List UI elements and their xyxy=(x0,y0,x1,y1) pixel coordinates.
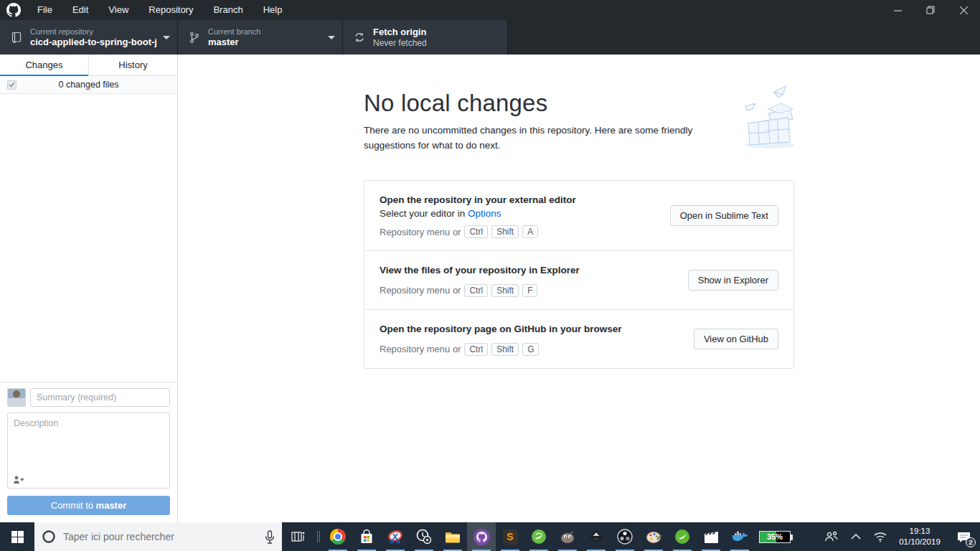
editor-hint-text: Select your editor in xyxy=(380,208,468,219)
repo-book-icon xyxy=(7,32,26,44)
menu-file[interactable]: File xyxy=(27,0,62,20)
minimize-button[interactable] xyxy=(881,0,914,20)
github-desktop-window: File Edit View Repository Branch Help xyxy=(0,0,980,551)
restore-button[interactable] xyxy=(914,0,947,20)
file-list-empty xyxy=(0,94,177,382)
repository-name: cicd-applied-to-spring-boot-jav... xyxy=(30,37,157,48)
taskbar-spring-icon[interactable] xyxy=(524,522,553,551)
no-changes-illustration xyxy=(737,79,800,151)
repository-info: Current repository cicd-applied-to-sprin… xyxy=(30,27,157,48)
branch-icon xyxy=(185,32,204,44)
menu-help[interactable]: Help xyxy=(253,0,293,20)
branch-name: master xyxy=(208,37,322,48)
chevron-down-icon xyxy=(328,36,335,39)
windows-logo-icon xyxy=(11,531,24,543)
tab-changes[interactable]: Changes xyxy=(0,55,88,75)
taskbar-gimp-icon[interactable] xyxy=(553,522,582,551)
github-logo-icon xyxy=(0,3,27,17)
add-coauthor-icon[interactable] xyxy=(13,476,24,484)
suggestion-title: Open the repository page on GitHub in yo… xyxy=(380,322,622,336)
wifi-icon[interactable] xyxy=(868,522,892,551)
menu-view[interactable]: View xyxy=(98,0,138,20)
branch-label: Current branch xyxy=(208,27,322,37)
taskbar-obs-icon[interactable] xyxy=(611,522,639,551)
start-button[interactable] xyxy=(0,522,34,551)
key-ctrl: Ctrl xyxy=(464,225,488,238)
taskbar-battery-indicator[interactable]: 35% xyxy=(754,522,796,551)
suggestions-panel: Open the repository in your external edi… xyxy=(364,180,794,369)
changed-files-count: 0 changed files xyxy=(17,80,161,90)
current-repository-dropdown[interactable]: Current repository cicd-applied-to-sprin… xyxy=(0,20,178,55)
sidebar-tabs: Changes History xyxy=(0,55,177,76)
fetch-label: Fetch origin xyxy=(373,27,500,38)
action-center-button[interactable]: 2 xyxy=(947,522,980,551)
main-panel: No local changes There are no uncommitte… xyxy=(178,55,980,522)
menu-bar: File Edit View Repository Branch Help xyxy=(0,0,980,20)
system-tray: 19:13 01/10/2019 2 xyxy=(819,522,980,551)
commit-button-branch: master xyxy=(96,500,127,511)
changes-sidebar: Changes History 0 changed files xyxy=(0,55,178,522)
options-link[interactable]: Options xyxy=(468,208,501,219)
taskbar-sublime-icon[interactable]: S xyxy=(496,522,524,551)
window-controls xyxy=(881,0,980,20)
changed-files-row: 0 changed files xyxy=(0,76,177,94)
menu-repository[interactable]: Repository xyxy=(138,0,203,20)
taskbar-spring-tools-icon[interactable] xyxy=(668,522,697,551)
key-shift: Shift xyxy=(491,225,519,238)
repository-label: Current repository xyxy=(30,27,157,37)
menu-edit[interactable]: Edit xyxy=(62,0,98,20)
key-ctrl: Ctrl xyxy=(464,343,488,356)
taskbar-paint-icon[interactable] xyxy=(639,522,668,551)
suggestion-title: Open the repository in your external edi… xyxy=(380,193,576,207)
app-body: Changes History 0 changed files xyxy=(0,55,980,522)
commit-summary-input[interactable] xyxy=(30,388,170,407)
cortana-icon xyxy=(42,529,56,544)
taskbar-store-icon[interactable] xyxy=(352,522,381,551)
menu-branch[interactable]: Branch xyxy=(203,0,253,20)
show-in-explorer-button[interactable]: Show in Explorer xyxy=(688,270,778,291)
clock-time: 19:13 xyxy=(910,526,930,537)
key-shift: Shift xyxy=(491,284,519,297)
key-g: G xyxy=(522,343,539,356)
taskbar-github-desktop-icon[interactable] xyxy=(467,522,496,551)
commit-description-box xyxy=(7,413,170,489)
open-in-editor-button[interactable]: Open in Sublime Text xyxy=(670,205,778,226)
current-branch-dropdown[interactable]: Current branch master xyxy=(178,20,343,55)
taskbar-recorder-icon[interactable] xyxy=(697,522,725,551)
user-avatar xyxy=(7,388,26,407)
commit-description-input[interactable] xyxy=(8,413,169,469)
close-button[interactable] xyxy=(947,0,980,20)
commit-button[interactable]: Commit to master xyxy=(7,496,170,515)
microphone-icon[interactable] xyxy=(265,530,275,544)
taskbar-file-explorer-icon[interactable] xyxy=(438,522,467,551)
battery-icon: 35% xyxy=(759,531,791,543)
taskbar-alarms-icon[interactable] xyxy=(410,522,438,551)
taskbar-chrome-icon[interactable] xyxy=(324,522,352,551)
fetch-info: Fetch origin Never fetched xyxy=(373,27,500,49)
select-all-checkbox[interactable] xyxy=(7,80,17,90)
key-a: A xyxy=(522,225,538,238)
page-subtitle: There are no uncommitted changes in this… xyxy=(364,123,722,154)
fetch-origin-button[interactable]: Fetch origin Never fetched xyxy=(343,20,508,55)
search-input[interactable] xyxy=(63,531,265,542)
key-shift: Shift xyxy=(491,343,519,356)
suggestion-open-editor: Open the repository in your external edi… xyxy=(364,181,793,251)
task-view-button[interactable] xyxy=(282,522,314,551)
view-on-github-button[interactable]: View on GitHub xyxy=(694,329,778,349)
tab-history[interactable]: History xyxy=(88,55,177,75)
suggestion-show-explorer: View the files of your repository in Exp… xyxy=(364,250,793,309)
toolbar: Current repository cicd-applied-to-sprin… xyxy=(0,20,980,55)
commit-form: Commit to master xyxy=(0,382,177,522)
page-title: No local changes xyxy=(364,90,794,117)
shortcut-hint: Repository menu or xyxy=(380,285,461,296)
taskbar-search[interactable] xyxy=(34,522,282,551)
taskbar-docker-icon[interactable] xyxy=(725,522,754,551)
show-hidden-icons-chevron[interactable] xyxy=(844,522,868,551)
clock-date: 01/10/2019 xyxy=(899,537,941,547)
people-icon[interactable] xyxy=(819,522,844,551)
sync-icon xyxy=(350,32,369,43)
taskbar-inkscape-icon[interactable] xyxy=(582,522,611,551)
taskbar-snipping-tool-icon[interactable] xyxy=(381,522,410,551)
taskbar-clock[interactable]: 19:13 01/10/2019 xyxy=(892,522,947,551)
taskbar-separator xyxy=(314,522,324,551)
